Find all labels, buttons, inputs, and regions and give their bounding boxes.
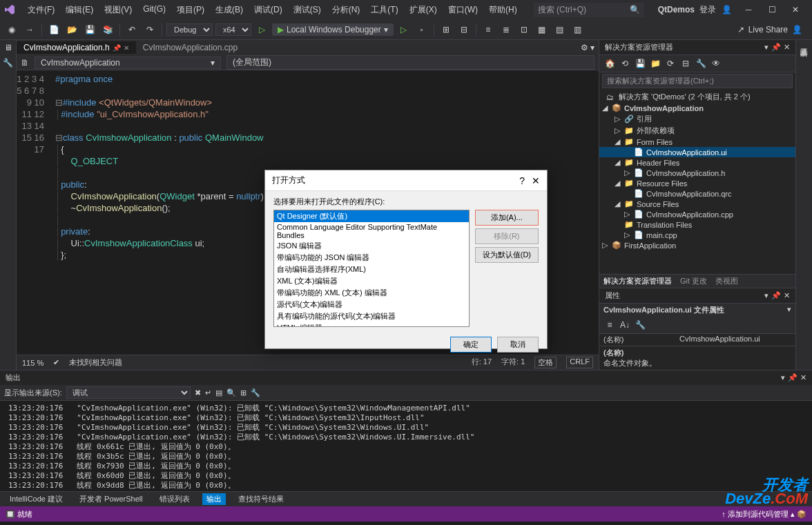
dropdown-icon[interactable]: ▾ bbox=[764, 291, 768, 300]
header-file-node[interactable]: ▷📄CvImshowApplication.h bbox=[599, 168, 795, 178]
menu-help[interactable]: 帮助(H) bbox=[483, 1, 523, 19]
close-icon[interactable]: ✕ bbox=[784, 291, 790, 300]
references-node[interactable]: ▷🔗引用 bbox=[599, 113, 795, 125]
close-icon[interactable]: ✕ bbox=[124, 44, 129, 52]
save-icon[interactable]: 💾 bbox=[82, 22, 97, 37]
config-dropdown[interactable]: Debug bbox=[166, 23, 213, 36]
solution-node[interactable]: 🗂解决方案 'QtDemos' (2 个项目, 共 2 个) bbox=[599, 91, 795, 103]
menu-tools[interactable]: 工具(T) bbox=[365, 1, 403, 19]
nav-fwd-icon[interactable]: → bbox=[22, 22, 37, 37]
tab-dropdown-icon[interactable]: ⚙ ▾ bbox=[577, 43, 599, 52]
alpha-icon[interactable]: A↓ bbox=[619, 319, 631, 331]
toggle-icon[interactable]: ▤ bbox=[215, 388, 222, 397]
resource-file-node[interactable]: 📄CvImshowApplication.qrc bbox=[599, 188, 795, 199]
menu-debug[interactable]: 调试(D) bbox=[249, 1, 288, 19]
tab-findsymbol[interactable]: 查找符号结果 bbox=[234, 493, 288, 505]
pin-icon[interactable]: 📌 bbox=[113, 44, 121, 52]
menu-test[interactable]: 测试(S) bbox=[288, 1, 327, 19]
pin-icon[interactable]: 📌 bbox=[771, 43, 781, 52]
solution-tree[interactable]: 🗂解决方案 'QtDemos' (2 个项目, 共 2 个) ◢📦CvImsho… bbox=[599, 90, 795, 274]
admin-icon[interactable]: 👤 bbox=[792, 25, 802, 34]
close-button[interactable]: ✕ bbox=[532, 175, 540, 186]
menu-edit[interactable]: 编辑(E) bbox=[60, 1, 99, 19]
list-item[interactable]: 源代码(文本)编辑器 bbox=[274, 299, 469, 310]
issues-status[interactable]: 未找到相关问题 bbox=[69, 357, 122, 368]
start-no-debug-icon[interactable]: ▷ bbox=[396, 22, 412, 37]
source-folder-node[interactable]: ◢📁Source Files bbox=[599, 199, 795, 209]
list-item[interactable]: JSON 编辑器 bbox=[274, 240, 469, 252]
tab-inactive[interactable]: CvImshowApplication.cpp bbox=[136, 41, 244, 54]
tab-classview[interactable]: 类视图 bbox=[715, 276, 738, 286]
tab-powershell[interactable]: 开发者 PowerShell bbox=[75, 493, 147, 505]
form-folder-node[interactable]: ◢📁Form Files bbox=[599, 137, 795, 147]
menu-view[interactable]: 视图(V) bbox=[99, 1, 137, 19]
output-text[interactable]: 13:23:20:176 "CvImshowApplication.exe" (… bbox=[0, 401, 812, 491]
list-item[interactable]: 带编码功能的 JSON 编辑器 bbox=[274, 252, 469, 264]
scope-dropdown[interactable]: CvImshowApplication▾ bbox=[35, 57, 221, 69]
menu-window[interactable]: 窗口(W) bbox=[443, 1, 483, 19]
close-button[interactable]: ✕ bbox=[784, 1, 806, 18]
tab-errorlist[interactable]: 错误列表 bbox=[155, 493, 194, 505]
tb-icon-9[interactable]: ▥ bbox=[570, 22, 586, 37]
liveshare-button[interactable]: Live Share bbox=[748, 25, 788, 34]
property-row[interactable]: (名称) CvImshowApplication.ui bbox=[599, 334, 795, 346]
list-item[interactable]: 带编码功能的 XML (文本) 编辑器 bbox=[274, 287, 469, 299]
menu-project[interactable]: 项目(P) bbox=[171, 1, 210, 19]
tb-icon-6[interactable]: ⊡ bbox=[516, 22, 532, 37]
list-item[interactable]: HTML 编辑器 bbox=[274, 322, 469, 327]
help-button[interactable]: ? bbox=[519, 175, 525, 186]
tab-solution[interactable]: 解决方案资源管理器 bbox=[603, 276, 672, 286]
sync-icon[interactable]: ⟲ bbox=[619, 57, 631, 70]
pin-icon[interactable]: 📌 bbox=[771, 291, 781, 300]
add-button[interactable]: 添加(A)... bbox=[475, 210, 539, 226]
cancel-button[interactable]: 取消 bbox=[497, 337, 539, 353]
tab-git[interactable]: Git 更改 bbox=[680, 276, 707, 286]
menu-build[interactable]: 生成(B) bbox=[210, 1, 249, 19]
close-icon[interactable]: ✕ bbox=[784, 43, 790, 52]
tb-icon[interactable]: ▫ bbox=[414, 22, 429, 37]
trans-folder-node[interactable]: 📁Translation Files bbox=[599, 219, 795, 230]
platform-dropdown[interactable]: x64 bbox=[215, 23, 251, 36]
tb-icon-3[interactable]: ⊟ bbox=[456, 22, 472, 37]
toolbox-icon[interactable]: 🔧 bbox=[3, 58, 13, 68]
tb-icon-2[interactable]: ⊞ bbox=[438, 22, 454, 37]
login-link[interactable]: 登录 bbox=[699, 4, 716, 16]
tb-icon[interactable]: 🔧 bbox=[251, 388, 260, 397]
open-icon[interactable]: 📂 bbox=[64, 22, 79, 37]
user-icon[interactable]: 👤 bbox=[722, 5, 732, 14]
resource-folder-node[interactable]: ◢📁Resource Files bbox=[599, 178, 795, 188]
server-explorer-icon[interactable]: 🖥 bbox=[4, 43, 12, 52]
home-icon[interactable]: 🏠 bbox=[603, 57, 616, 70]
properties-subject[interactable]: CvImshowApplication.ui 文件属性▾ bbox=[599, 304, 795, 317]
tb-icon-8[interactable]: ▤ bbox=[552, 22, 568, 37]
wrench-icon[interactable]: 🔧 bbox=[634, 319, 646, 331]
menu-git[interactable]: Git(G) bbox=[137, 1, 171, 19]
header-folder-node[interactable]: ◢📁Header Files bbox=[599, 157, 795, 168]
form-file-node[interactable]: 📄CvImshowApplication.ui bbox=[599, 147, 795, 157]
source-control-status[interactable]: ↑ 添加到源代码管理 ▴ 📦 bbox=[722, 509, 806, 519]
close-icon[interactable]: ✕ bbox=[800, 373, 806, 382]
list-item[interactable]: Common Language Editor Supporting TextMa… bbox=[274, 222, 469, 240]
tb-icon-7[interactable]: ▦ bbox=[534, 22, 550, 37]
tab-output[interactable]: 输出 bbox=[202, 493, 226, 505]
showall-icon[interactable]: 📁 bbox=[649, 57, 661, 70]
tab-active[interactable]: CvImshowApplication.h 📌 ✕ bbox=[17, 41, 136, 54]
pin-icon[interactable]: 📌 bbox=[788, 373, 798, 382]
categorized-icon[interactable]: ≡ bbox=[603, 319, 616, 331]
goto-icon[interactable]: ⊞ bbox=[240, 388, 246, 397]
undo-icon[interactable]: ↶ bbox=[124, 22, 139, 37]
zoom-level[interactable]: 115 % bbox=[22, 359, 44, 367]
set-default-button[interactable]: 设为默认值(D) bbox=[475, 247, 539, 263]
start-debugging-button[interactable]: ▶ Local Windows Debugger ▾ bbox=[272, 23, 394, 36]
project-node[interactable]: ◢📦CvImshowApplication bbox=[599, 103, 795, 113]
region-dropdown[interactable]: (全局范围) bbox=[226, 55, 594, 70]
saveall-icon[interactable]: 📚 bbox=[100, 22, 115, 37]
dropdown-icon[interactable]: ▾ bbox=[764, 43, 768, 52]
list-item[interactable]: Qt Designer (默认值) bbox=[274, 210, 469, 222]
extdep-node[interactable]: ▷📁外部依赖项 bbox=[599, 125, 795, 137]
main-file-node[interactable]: ▷📄main.cpp bbox=[599, 230, 795, 240]
refresh-icon[interactable]: ⟳ bbox=[664, 57, 677, 70]
redo-icon[interactable]: ↷ bbox=[142, 22, 157, 37]
minimize-button[interactable]: ─ bbox=[737, 1, 760, 18]
program-list[interactable]: Qt Designer (默认值)Common Language Editor … bbox=[273, 210, 470, 327]
